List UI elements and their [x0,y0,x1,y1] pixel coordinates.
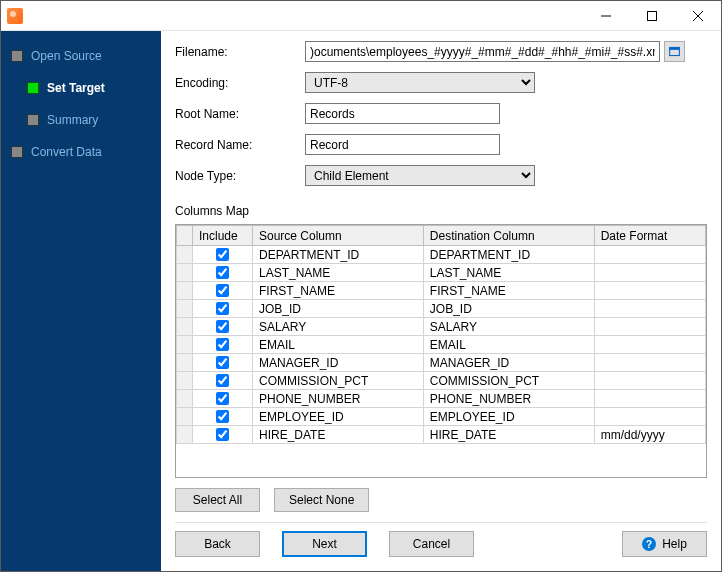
rootname-input[interactable] [305,103,500,124]
destination-column-cell[interactable]: DEPARTMENT_ID [423,246,594,264]
include-checkbox[interactable] [216,392,229,405]
destination-column-cell[interactable]: COMMISSION_PCT [423,372,594,390]
row-selector[interactable] [177,300,193,318]
browse-button[interactable] [664,41,685,62]
date-format-cell[interactable] [594,246,705,264]
source-column-cell[interactable]: DEPARTMENT_ID [253,246,424,264]
table-row[interactable]: JOB_IDJOB_ID [177,300,706,318]
date-format-cell[interactable] [594,390,705,408]
sidebar-item-convert-data[interactable]: Convert Data [7,139,155,165]
date-format-cell[interactable] [594,318,705,336]
include-checkbox[interactable] [216,338,229,351]
include-checkbox[interactable] [216,248,229,261]
table-row[interactable]: EMPLOYEE_IDEMPLOYEE_ID [177,408,706,426]
sidebar-item-open-source[interactable]: Open Source [7,43,155,69]
source-column-cell[interactable]: COMMISSION_PCT [253,372,424,390]
nodetype-label: Node Type: [175,169,305,183]
sidebar-item-set-target[interactable]: Set Target [23,75,155,101]
select-all-button[interactable]: Select All [175,488,260,512]
table-header-rowsel [177,226,193,246]
date-format-cell[interactable] [594,354,705,372]
table-row[interactable]: PHONE_NUMBERPHONE_NUMBER [177,390,706,408]
destination-column-cell[interactable]: EMAIL [423,336,594,354]
date-format-cell[interactable] [594,300,705,318]
row-selector[interactable] [177,354,193,372]
filename-input[interactable] [305,41,660,62]
include-checkbox[interactable] [216,320,229,333]
date-format-cell[interactable] [594,282,705,300]
svg-rect-1 [648,11,657,20]
cancel-button[interactable]: Cancel [389,531,474,557]
source-column-cell[interactable]: FIRST_NAME [253,282,424,300]
nodetype-select[interactable]: Child Element [305,165,535,186]
date-format-cell[interactable] [594,408,705,426]
encoding-select[interactable]: UTF-8 [305,72,535,93]
help-button[interactable]: ? Help [622,531,707,557]
sidebar-item-summary[interactable]: Summary [23,107,155,133]
table-row[interactable]: FIRST_NAMEFIRST_NAME [177,282,706,300]
source-column-cell[interactable]: LAST_NAME [253,264,424,282]
help-icon: ? [642,537,656,551]
table-row[interactable]: HIRE_DATEHIRE_DATEmm/dd/yyyy [177,426,706,444]
destination-column-cell[interactable]: JOB_ID [423,300,594,318]
date-format-cell[interactable] [594,336,705,354]
include-checkbox[interactable] [216,266,229,279]
row-selector[interactable] [177,282,193,300]
table-row[interactable]: MANAGER_IDMANAGER_ID [177,354,706,372]
destination-column-cell[interactable]: SALARY [423,318,594,336]
destination-column-cell[interactable]: EMPLOYEE_ID [423,408,594,426]
row-selector[interactable] [177,336,193,354]
destination-column-cell[interactable]: HIRE_DATE [423,426,594,444]
source-column-cell[interactable]: SALARY [253,318,424,336]
destination-column-cell[interactable]: LAST_NAME [423,264,594,282]
table-row[interactable]: EMAILEMAIL [177,336,706,354]
minimize-button[interactable] [583,1,629,31]
include-checkbox[interactable] [216,284,229,297]
table-header-source[interactable]: Source Column [253,226,424,246]
include-checkbox[interactable] [216,302,229,315]
source-column-cell[interactable]: EMAIL [253,336,424,354]
date-format-cell[interactable] [594,372,705,390]
include-checkbox[interactable] [216,374,229,387]
table-header-include[interactable]: Include [193,226,253,246]
source-column-cell[interactable]: JOB_ID [253,300,424,318]
row-selector[interactable] [177,318,193,336]
include-cell [193,300,253,318]
include-cell [193,408,253,426]
table-row[interactable]: COMMISSION_PCTCOMMISSION_PCT [177,372,706,390]
source-column-cell[interactable]: MANAGER_ID [253,354,424,372]
include-cell [193,354,253,372]
destination-column-cell[interactable]: PHONE_NUMBER [423,390,594,408]
date-format-cell[interactable]: mm/dd/yyyy [594,426,705,444]
table-header-dest[interactable]: Destination Column [423,226,594,246]
maximize-button[interactable] [629,1,675,31]
source-column-cell[interactable]: HIRE_DATE [253,426,424,444]
include-checkbox[interactable] [216,356,229,369]
filename-row: Filename: [175,41,707,62]
include-checkbox[interactable] [216,428,229,441]
table-row[interactable]: LAST_NAMELAST_NAME [177,264,706,282]
next-button[interactable]: Next [282,531,367,557]
close-button[interactable] [675,1,721,31]
row-selector[interactable] [177,390,193,408]
sidebar-item-label: Set Target [47,81,105,95]
row-selector[interactable] [177,264,193,282]
row-selector[interactable] [177,372,193,390]
row-selector[interactable] [177,408,193,426]
source-column-cell[interactable]: PHONE_NUMBER [253,390,424,408]
date-format-cell[interactable] [594,264,705,282]
back-button[interactable]: Back [175,531,260,557]
select-none-button[interactable]: Select None [274,488,369,512]
destination-column-cell[interactable]: FIRST_NAME [423,282,594,300]
include-cell [193,336,253,354]
table-row[interactable]: DEPARTMENT_IDDEPARTMENT_ID [177,246,706,264]
source-column-cell[interactable]: EMPLOYEE_ID [253,408,424,426]
row-selector[interactable] [177,426,193,444]
table-header-dateformat[interactable]: Date Format [594,226,705,246]
recordname-input[interactable] [305,134,500,155]
destination-column-cell[interactable]: MANAGER_ID [423,354,594,372]
table-row[interactable]: SALARYSALARY [177,318,706,336]
include-checkbox[interactable] [216,410,229,423]
include-cell [193,390,253,408]
row-selector[interactable] [177,246,193,264]
